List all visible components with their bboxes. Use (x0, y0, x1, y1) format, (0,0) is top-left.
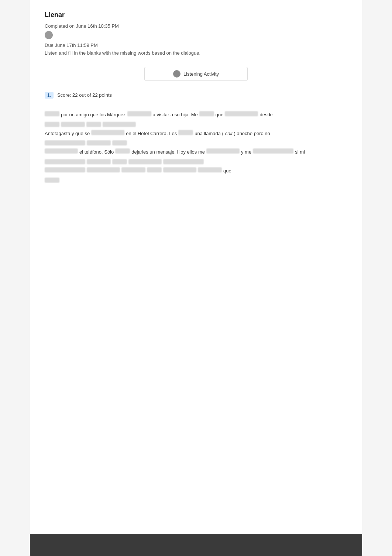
word: una llamada ( (195, 128, 224, 139)
word: en el Hotel Carrera. Les (126, 128, 177, 139)
blurred-word (45, 159, 85, 164)
word: por un amigo que los Márquez (61, 110, 126, 120)
assignment-title: Llenar (45, 11, 347, 19)
dialogue-area: por un amigo que los Márquez a visitar a… (45, 106, 347, 188)
dialogue-line-5: el teléfono. Sólo dejarles un mensaje. H… (45, 147, 347, 158)
audio-icon (173, 70, 180, 78)
word-italic: call (225, 128, 233, 139)
score-section: 1. Score: 22 out of 22 points (45, 92, 347, 99)
word: ) anoche pero no (234, 128, 270, 139)
blurred-word (163, 167, 196, 172)
blurred-word (199, 111, 214, 116)
word: desde (259, 110, 272, 120)
blurred-word (127, 111, 151, 116)
word: que (216, 110, 224, 120)
footer-bar (30, 534, 362, 556)
blurred-word (128, 159, 162, 164)
blurred-word (163, 159, 204, 164)
blurred-word (87, 140, 111, 145)
blurred-word (45, 122, 59, 127)
blurred-word (91, 130, 124, 135)
blurred-word (112, 140, 127, 145)
blurred-word (206, 148, 240, 154)
blurred-word (45, 111, 59, 116)
dialogue-line-7: que (45, 166, 347, 176)
word: el teléfono. Sólo (79, 147, 114, 158)
blurred-word (178, 130, 193, 135)
word: a visitar a su hija. Me (153, 110, 198, 120)
blurred-word (45, 148, 78, 154)
completed-text: Completed on June 16th 10:35 PM (45, 23, 347, 29)
blurred-word (87, 159, 111, 164)
blurred-word (45, 178, 59, 183)
blurred-word (86, 122, 101, 127)
instructions: Listen and fill in the blanks with the m… (45, 50, 347, 56)
due-date: Due June 17th 11:59 PM (45, 42, 347, 48)
blurred-word (112, 159, 127, 164)
word: que (223, 166, 231, 176)
blurred-word (121, 167, 145, 172)
blurred-word (45, 140, 85, 145)
blurred-word (115, 148, 130, 154)
avatar-dot (45, 31, 53, 39)
score-badge: 1. (45, 92, 54, 99)
word: si mi (295, 147, 305, 158)
blurred-word (45, 167, 85, 172)
word: dejarles un mensaje. Hoy ellos me (131, 147, 205, 158)
listening-label: Listening Activity (183, 71, 219, 77)
blurred-word (225, 111, 258, 116)
word: Antofagasta y que se (45, 128, 90, 139)
page-container: Llenar Completed on June 16th 10:35 PM D… (30, 0, 362, 556)
dialogue-line-1: por un amigo que los Márquez a visitar a… (45, 110, 347, 120)
dialogue-line-4 (45, 140, 347, 145)
dialogue-line-2 (45, 122, 347, 127)
blurred-word (253, 148, 293, 154)
blurred-word (61, 122, 85, 127)
blurred-word (198, 167, 222, 172)
dialogue-line-8 (45, 178, 347, 183)
dialogue-line-3: Antofagasta y que se en el Hotel Carrera… (45, 128, 347, 139)
word: y me (241, 147, 251, 158)
listening-activity-banner[interactable]: Listening Activity (144, 67, 248, 81)
score-text: Score: 22 out of 22 points (57, 92, 112, 98)
blurred-word (147, 167, 162, 172)
blurred-word (87, 167, 120, 172)
blurred-word (103, 122, 136, 127)
dialogue-line-6 (45, 159, 347, 164)
